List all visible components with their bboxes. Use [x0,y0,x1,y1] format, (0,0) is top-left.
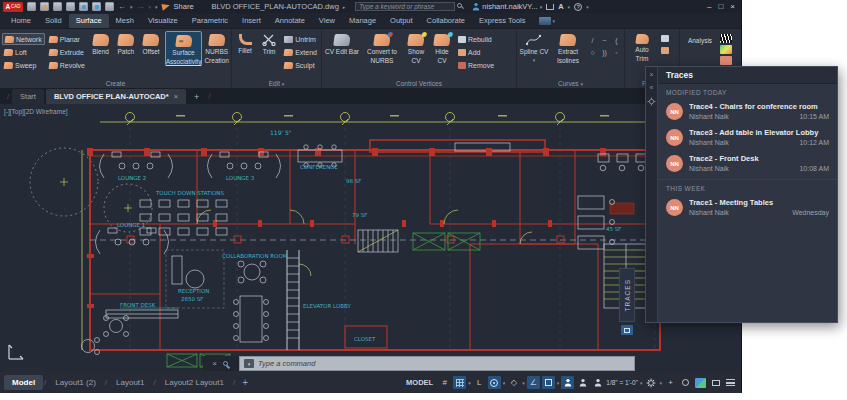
tab-express-tools[interactable]: Express Tools [472,14,533,28]
workspace-settings-icon[interactable] [644,376,657,389]
redo-button[interactable]: → [137,3,145,11]
tab-surface[interactable]: Surface [69,14,109,28]
trace-item[interactable]: NN Trace2 - Front Desk Nishant Naik 10:0… [658,150,837,176]
annotation-scale-value[interactable]: 1/8" = 1'-0" [606,379,638,386]
project-view-icon[interactable] [661,47,669,54]
new-file-icon[interactable] [27,2,36,11]
tab-output[interactable]: Output [383,14,420,28]
curve-blend-icon[interactable]: ( [611,35,622,46]
command-recent-icon[interactable]: ▾ [244,359,254,368]
object-snap-tracking-icon[interactable]: ∠ [527,376,540,389]
maximize-button[interactable]: □ [718,2,723,11]
blend-button[interactable]: Blend [89,31,112,55]
print-icon[interactable] [105,2,114,11]
polar-caret-icon[interactable]: ▾ [503,380,506,386]
isolate-objects-icon[interactable] [679,376,692,389]
tab-visualize[interactable]: Visualize [141,14,185,28]
autocad-logo-icon[interactable]: ACAD [3,2,23,12]
analysis-button[interactable]: Analysis [682,31,718,44]
trace-item[interactable]: NN Trace1 - Meeting Tables Nishant Naik … [658,194,837,220]
isodraft-icon[interactable]: ◇ [507,376,520,389]
sculpt-button[interactable]: Sculpt [282,59,319,71]
share-label[interactable]: Share [174,2,194,11]
curves-panel-label[interactable]: Curves ▾ [517,80,624,87]
osnap-caret-icon[interactable]: ▾ [557,380,560,386]
filename-expand-icon[interactable]: ▸ [343,4,346,10]
palette-close-icon[interactable]: × [649,71,653,78]
control-vertices-panel-label[interactable]: Control Vertices [322,80,516,87]
extrude-button[interactable]: Extrude [47,46,87,58]
untrim-button[interactable]: Untrim [282,33,319,45]
save-icon[interactable] [53,2,62,11]
palette-properties-icon[interactable] [647,97,656,106]
network-button[interactable]: Network [2,33,45,45]
new-drawing-button[interactable]: + [188,90,205,104]
tab-solid[interactable]: Solid [38,14,69,28]
line-tool-icon[interactable]: / [587,35,598,46]
ellipse-tool-icon[interactable]: ◦ [611,47,622,58]
isodraft-caret-icon[interactable]: ▾ [522,380,525,386]
close-button[interactable]: × [730,2,735,11]
auto-trim-button[interactable]: Auto Trim [627,31,657,62]
undo-caret-icon[interactable]: ▾ [130,4,133,10]
help-icon[interactable]: ? [574,3,582,11]
snap-caret-icon[interactable]: ▾ [468,380,471,386]
palette-title[interactable]: Traces [658,67,837,84]
export-icon[interactable] [79,2,88,11]
layout1-tab[interactable]: Layout1 [108,375,152,390]
convert-to-nurbs-button[interactable]: Convert to NURBS [362,31,402,64]
grid-display-icon[interactable]: # [438,376,451,389]
start-tab[interactable]: Start [12,89,44,104]
ortho-mode-icon[interactable]: L [473,376,486,389]
annotation-scale-icon[interactable] [591,376,604,389]
import-icon[interactable] [92,2,101,11]
annotation-visibility-icon[interactable] [561,376,574,389]
layout2-tab[interactable]: Layout2 Layout1 [157,375,232,390]
tab-collaborate[interactable]: Collaborate [420,14,472,28]
draft-analysis-icon[interactable] [720,56,732,65]
project-geometry-icon[interactable] [661,35,669,42]
clean-screen-icon[interactable] [709,376,722,389]
zebra-analysis-icon[interactable] [720,34,732,43]
customization-icon[interactable]: + [664,376,677,389]
tab-manage[interactable]: Manage [342,14,383,28]
nurbs-creation-button[interactable]: NURBS Creation [204,31,229,64]
tab-mesh[interactable]: Mesh [109,14,141,28]
search-input[interactable] [355,2,455,11]
qat-customize-caret-icon[interactable]: ▾ [155,4,158,10]
surface-associativity-button[interactable]: ∞ Surface Associativity [165,31,203,66]
remove-button[interactable]: Remove [456,59,496,71]
show-cv-button[interactable]: Show CV [404,31,428,64]
arc-tool-icon[interactable]: ~ [599,35,610,46]
layout1-2-tab[interactable]: Layout1 (2) [47,375,103,390]
scale-caret-icon[interactable]: ▾ [640,380,643,386]
tab-view[interactable]: View [312,14,342,28]
rebuild-button[interactable]: Rebuild [456,33,496,45]
fillet-button[interactable]: Fillet [234,31,256,54]
app-menu-caret-icon[interactable]: ▾ [568,4,571,10]
tab-annotate[interactable]: Annotate [268,14,312,28]
extract-isolines-button[interactable]: Extract Isolines [551,31,585,64]
search-icon[interactable] [457,3,464,10]
extend-button[interactable]: Extend [282,46,319,58]
patch-button[interactable]: Patch [114,31,137,55]
palette-autohide-icon[interactable]: « [650,84,654,91]
spline-cv-button[interactable]: Spline CV ▾ [519,31,549,64]
traces-palette-icon[interactable] [621,325,633,335]
tab-insert[interactable]: Insert [235,14,268,28]
redo-caret-icon[interactable]: ▾ [149,4,152,10]
new-layout-button[interactable]: + [236,377,254,388]
undo-button[interactable]: ← [118,3,126,11]
tab-home[interactable]: Home [4,14,38,28]
object-snap-icon[interactable] [542,376,555,389]
account-menu[interactable]: nishant.naikVY... ▾ [472,2,542,11]
command-close-icon[interactable]: × [212,359,217,368]
circle-tool-icon[interactable]: ○ [587,47,598,58]
traces-palette-tab[interactable]: TRACES [619,268,635,322]
tab-parametric[interactable]: Parametric [185,14,235,28]
create-panel-label[interactable]: Create [0,80,231,87]
revolve-button[interactable]: Revolve [47,59,87,71]
viewport-controls[interactable]: [-][Top][2D Wireframe] [4,108,68,115]
save-as-icon[interactable] [66,2,75,11]
drawing-tab[interactable]: BLVD OFFICE PLAN-AUTOCAD* × [46,89,186,104]
